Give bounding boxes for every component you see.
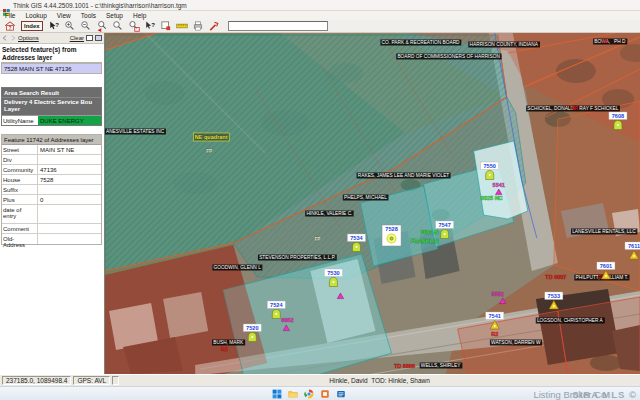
watermark-text-b: SIRA MLS © — [572, 389, 637, 400]
menu-item-file[interactable]: File — [0, 12, 20, 19]
map-owner-label: LANESVILLE RENTALS, LLC — [572, 229, 636, 234]
map-label: 0025 NC — [481, 195, 503, 201]
map-owner-label: HINKLE, VALERIE C. — [306, 211, 352, 216]
zoom-window-icon[interactable] — [127, 20, 141, 32]
map-owner-label: GOODWIN, GLENN L — [214, 265, 262, 270]
feature-row-suffix: Suffix — [2, 185, 101, 195]
move-view-icon[interactable] — [159, 20, 173, 32]
window-title: Think GIS 4.44.2509.1001 - c:\thinkgis\h… — [13, 2, 187, 9]
options-link[interactable]: Options — [18, 35, 39, 41]
feature-box: Feature 11742 of Addresses layer StreetM… — [1, 134, 102, 245]
area-search-header: Area Search Result — [2, 88, 101, 97]
menu-bar: FileLookupViewToolsSetupHelp — [0, 11, 640, 20]
zoom-previous-icon[interactable] — [95, 20, 109, 32]
map-label: NR — [572, 106, 579, 111]
outlook-icon[interactable] — [336, 389, 346, 399]
windows-start-icon[interactable] — [272, 389, 282, 399]
pan-tool-icon[interactable] — [207, 20, 221, 32]
zoom-out-icon[interactable] — [79, 20, 93, 32]
map-label: R2 — [491, 331, 498, 337]
svg-text:7608: 7608 — [612, 113, 624, 119]
map-owner-label: HARRISON COUNTY, INDIANA — [470, 42, 539, 47]
svg-text:7534: 7534 — [350, 235, 363, 241]
file-explorer-icon[interactable] — [288, 389, 298, 399]
detach-window-icon[interactable] — [86, 35, 93, 41]
identify-help-icon[interactable]: ? — [143, 20, 157, 32]
map-owner-label: WATSON, DARREN W — [491, 340, 541, 345]
svg-text:7541: 7541 — [488, 313, 500, 319]
owner-status-text: Hinkle, David TOD: Hinkle, Shawn — [119, 375, 640, 386]
title-bar: Think GIS 4.44.2509.1001 - c:\thinkgis\h… — [0, 0, 640, 11]
svg-text:?: ? — [151, 22, 155, 28]
office-app-icon[interactable] — [320, 389, 330, 399]
selected-feature-item[interactable]: 7528 MAIN ST NE 47136 — [2, 63, 101, 73]
taskbar: Listing Broker Co SIRA MLS © — [0, 386, 640, 400]
listing-watermark: Listing Broker Co SIRA MLS © — [533, 387, 637, 400]
search-input[interactable] — [228, 21, 328, 31]
map-label: TD 8007 — [545, 274, 566, 280]
selected-feature-header: Selected feature(s) from Addresses layer — [0, 44, 104, 62]
svg-text:?: ? — [9, 26, 12, 31]
map-owner-label: STEVENSON PROPERTIES, L.L.P. — [259, 255, 335, 260]
map-owner-label: WELLS, SHIRLEY — [421, 363, 461, 368]
menu-item-setup[interactable]: Setup — [101, 12, 128, 19]
feature-row-plus: Plus0 — [2, 195, 101, 205]
map-owner-label: BOWA, PH D — [594, 39, 626, 44]
feature-row-house: House7528 — [2, 175, 101, 185]
selected-address-marker[interactable]: 7528 — [382, 225, 401, 246]
svg-text:7520: 7520 — [246, 325, 258, 331]
measure-icon[interactable] — [175, 20, 189, 32]
utility-label: UtilityName — [2, 116, 38, 125]
svg-text:7533: 7533 — [548, 293, 560, 299]
utility-value: DUKE ENERGY — [38, 116, 101, 125]
map-svg[interactable]: CO. PARK & RECREATION BOARDHARRISON COUN… — [105, 33, 640, 374]
dock-window-icon[interactable] — [95, 35, 102, 41]
feature-row-street: StreetMAIN ST NE — [2, 145, 101, 155]
status-spacer-cell — [112, 376, 119, 385]
utility-row: UtilityName DUKE ENERGY — [2, 115, 101, 125]
menu-item-tools[interactable]: Tools — [76, 12, 101, 19]
map-owner-label: CO. PARK & RECREATION BOARD — [382, 40, 461, 45]
status-bar: 237185.0, 1089498.4 GPS: AVL Hinkle, Dav… — [0, 374, 640, 386]
map-label: 5552 — [492, 291, 504, 297]
zoom-in-icon[interactable] — [63, 20, 77, 32]
nav-back-icon[interactable] — [2, 35, 8, 42]
app-icon — [3, 2, 10, 9]
content-area: Options Clear Selected feature(s) from A… — [0, 33, 640, 374]
nav-forward-icon[interactable] — [10, 35, 16, 42]
map-label: 5541 — [493, 182, 505, 188]
map-owner-label: BOARD OF COMMISSIONERS OF HARRISON — [397, 54, 500, 59]
map-owner-label: RAKES, JAMES LEE AND MARIE VIOLET — [358, 173, 450, 178]
map-label: FRANKLIN — [411, 238, 439, 244]
feature-row-comment: Comment — [2, 224, 101, 234]
clear-link[interactable]: Clear — [70, 35, 84, 41]
feature-row-community: Community47136 — [2, 165, 101, 175]
index-button[interactable]: Index — [21, 21, 43, 31]
map-label: 93 — [602, 39, 608, 44]
feature-row-date-of-entry: date of entry — [2, 205, 101, 224]
selected-feature-box: 7528 MAIN ST NE 47136 — [1, 62, 102, 74]
menu-item-view[interactable]: View — [52, 12, 76, 19]
map-label: FP — [314, 237, 320, 242]
home-help-icon[interactable]: ? — [3, 20, 17, 32]
chrome-icon[interactable] — [304, 389, 314, 399]
svg-text:7611: 7611 — [628, 243, 640, 249]
map-area[interactable]: CO. PARK & RECREATION BOARDHARRISON COUN… — [105, 33, 640, 374]
map-label: R2 — [221, 346, 228, 352]
app-window: Think GIS 4.44.2509.1001 - c:\thinkgis\h… — [0, 0, 640, 400]
svg-text:7547: 7547 — [438, 222, 450, 228]
coordinates-readout: 237185.0, 1089498.4 — [2, 376, 71, 385]
results-panel: Selected feature(s) from Addresses layer… — [0, 44, 104, 374]
print-icon[interactable] — [191, 20, 205, 32]
menu-item-lookup[interactable]: Lookup — [20, 12, 51, 19]
map-owner-label: ANESVILLE ESTATES INC — [106, 129, 165, 134]
svg-text:?: ? — [55, 22, 59, 28]
select-help-icon[interactable]: ? — [47, 20, 61, 32]
menu-item-help[interactable]: Help — [128, 12, 151, 19]
svg-text:7524: 7524 — [270, 302, 283, 308]
zoom-full-icon[interactable] — [111, 20, 125, 32]
area-search-layer: Delivery 4 Electric Service Bou Layer — [2, 97, 101, 115]
map-label: NE quadrant — [195, 134, 228, 140]
map-label: FP — [206, 149, 212, 154]
svg-text:7601: 7601 — [600, 263, 612, 269]
